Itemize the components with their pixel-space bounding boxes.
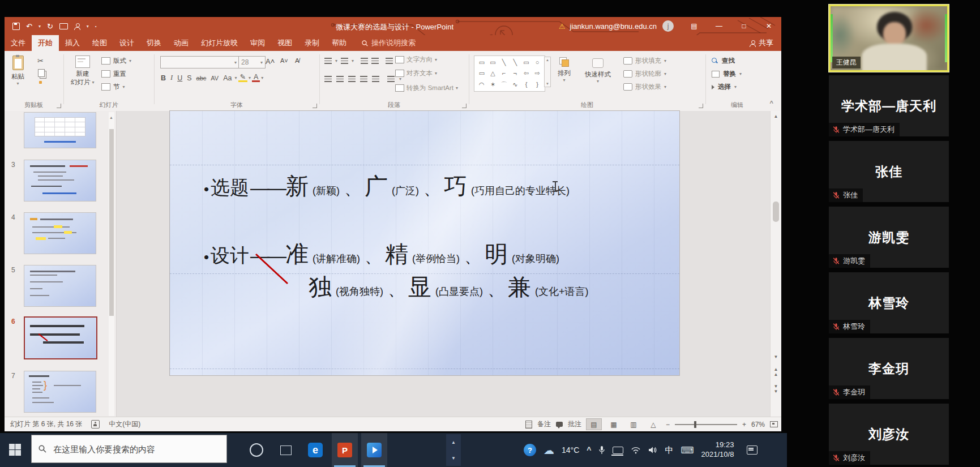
shape-arrow-line-icon[interactable]: ╲ <box>513 59 517 66</box>
shape-effects-button[interactable]: 形状效果 ▾ <box>623 83 666 91</box>
minimize-button[interactable]: — <box>707 17 731 35</box>
text-direction-button[interactable]: 文字方向 ▾ <box>395 55 437 64</box>
video-app-taskbar-button[interactable] <box>361 433 387 467</box>
slide-number-7[interactable]: 7 <box>11 372 15 380</box>
save-icon[interactable] <box>12 23 20 30</box>
weather-temperature[interactable]: 14°C <box>562 445 579 455</box>
character-spacing-button[interactable]: AV <box>209 75 220 82</box>
speaker-video-tile[interactable]: 王健昆 <box>829 5 949 72</box>
start-button[interactable] <box>9 444 21 456</box>
tab-animations[interactable]: 动画 <box>168 35 195 51</box>
shape-textbox2-icon[interactable]: ▭ <box>490 59 495 66</box>
increase-indent-icon[interactable] <box>371 58 379 64</box>
slide-scrollbar[interactable]: ▲ ▼ ▲▲ ▼▼ <box>770 111 781 417</box>
warning-icon[interactable]: ⚠ <box>559 22 566 31</box>
tab-design[interactable]: 设计 <box>113 35 140 51</box>
maximize-button[interactable]: □ <box>731 17 756 35</box>
collapse-ribbon-icon[interactable]: ^ <box>770 100 773 106</box>
zoom-percentage[interactable]: 67% <box>751 421 765 429</box>
distribute-icon[interactable] <box>372 76 379 82</box>
section-button[interactable]: 节 ▾ <box>101 83 125 91</box>
tab-file[interactable]: 文件 <box>5 35 32 51</box>
font-name-combobox[interactable]: ▾ <box>160 56 239 68</box>
participant-tile[interactable]: 游凯雯 游凯雯 <box>829 207 949 268</box>
normal-view-button[interactable]: ▤ <box>587 419 601 430</box>
slide-thumbnail-5[interactable] <box>24 265 96 307</box>
new-slide-button[interactable]: 新建 幻灯片 ▾ <box>71 55 95 87</box>
font-size-combobox[interactable]: 28▾ <box>238 56 266 68</box>
ime-indicator[interactable]: 中 <box>665 445 673 456</box>
slide-text-line3[interactable]: 独 (视角独特) 、 显 (凸显要点) 、 兼 (文化+语言) <box>309 272 590 303</box>
drawing-dialog-launcher-icon[interactable] <box>699 104 703 108</box>
align-center-icon[interactable] <box>336 76 344 82</box>
slideshow-view-button[interactable]: △ <box>646 419 661 430</box>
bullet-list-icon[interactable] <box>324 58 332 64</box>
account-email[interactable]: jiankun.wang@bnu.edu.cn <box>570 22 657 31</box>
slide-sorter-view-button[interactable]: ▦ <box>606 419 621 430</box>
taskbar-search-box[interactable] <box>31 435 227 463</box>
numbered-list-caret-icon[interactable]: ▾ <box>352 58 354 63</box>
shape-rounded-rect-icon[interactable]: ▭ <box>479 70 485 77</box>
find-button[interactable]: 查找 <box>712 57 735 65</box>
align-left-icon[interactable] <box>324 76 332 82</box>
slide-text-line1[interactable]: • 选题 —— 新 (新颖) 、 广 (广泛) 、 巧 (巧用自己的专业特长) <box>204 171 571 202</box>
undo-caret-icon[interactable]: ▾ <box>38 24 41 29</box>
bold-button[interactable]: B <box>159 74 168 82</box>
highlight-caret-icon[interactable]: ▾ <box>249 75 251 80</box>
hidden-icons-chevron[interactable]: ^ <box>587 445 591 455</box>
participant-tile[interactable]: 张佳 张佳 <box>829 141 949 202</box>
clear-formatting-icon[interactable]: A̸ <box>295 57 299 64</box>
slide-scrollbar-thumb[interactable] <box>773 202 779 222</box>
italic-button[interactable]: I <box>169 74 174 82</box>
fit-to-window-icon[interactable] <box>770 421 778 427</box>
reading-view-button[interactable]: ▥ <box>626 419 641 430</box>
shape-oval-icon[interactable]: ○ <box>536 59 540 66</box>
shape-brace-right-icon[interactable]: } <box>536 81 538 88</box>
comments-icon[interactable] <box>556 422 563 427</box>
zoom-slider[interactable] <box>675 424 737 425</box>
share-contact-icon[interactable] <box>74 23 80 29</box>
tell-me-search[interactable]: 操作说明搜索 <box>362 35 416 51</box>
comments-button[interactable]: 批注 <box>568 419 581 429</box>
slide-thumbnail-4[interactable] <box>24 212 96 254</box>
thumbnail-scroll-up-icon[interactable]: ▲ <box>109 115 113 119</box>
tab-transitions[interactable]: 切换 <box>140 35 168 51</box>
previous-slide-button[interactable]: ▲▲ <box>771 367 781 377</box>
shape-fill-button[interactable]: 形状填充 ▾ <box>623 57 666 65</box>
zoom-in-button[interactable]: + <box>742 421 746 429</box>
shape-outline-button[interactable]: 形状轮廓 ▾ <box>623 70 666 78</box>
zoom-slider-thumb[interactable] <box>694 421 696 428</box>
task-view-button[interactable] <box>273 433 299 467</box>
scroll-up-icon[interactable]: ▲ <box>771 114 781 119</box>
powerpoint-taskbar-button[interactable]: P <box>332 433 358 467</box>
weather-cloud-icon[interactable]: ☁ <box>544 444 554 457</box>
cut-icon[interactable]: ✂ <box>37 57 44 65</box>
copy-icon[interactable] <box>38 69 45 77</box>
underline-button[interactable]: U <box>176 74 184 82</box>
help-tray-icon[interactable]: ? <box>524 444 536 456</box>
paste-button[interactable]: 粘贴 ▾ <box>11 55 24 86</box>
shapes-gallery[interactable]: ▭ ▭ ╲ ╲ ▭ ○ ▭ △ ⌐ ¬ ⇦ ⇨ ◠ ✶ ⌒ ∿ { <box>474 55 545 92</box>
scroll-down-icon[interactable]: ▼ <box>771 354 781 359</box>
start-slideshow-icon[interactable] <box>59 23 68 29</box>
slide-thumbnail-6[interactable] <box>24 316 97 359</box>
numbered-list-icon[interactable] <box>341 58 348 64</box>
language-status[interactable]: 中文(中国) <box>109 419 140 429</box>
font-color-caret-icon[interactable]: ▾ <box>261 75 263 80</box>
wifi-tray-icon[interactable] <box>631 446 641 454</box>
thumbnail-scrollbar-thumb[interactable] <box>109 129 114 316</box>
slide-thumbnail-2[interactable] <box>24 112 96 148</box>
shape-arrow-left-icon[interactable]: ⇦ <box>524 70 529 77</box>
shape-scribble-icon[interactable]: ∿ <box>512 81 517 88</box>
bullet-list-caret-icon[interactable]: ▾ <box>335 58 337 63</box>
quick-styles-button[interactable]: 快速样式 ▾ <box>585 57 611 84</box>
slide-number-3[interactable]: 3 <box>11 161 15 169</box>
qat-more-icon[interactable]: • <box>95 24 97 29</box>
touch-keyboard-icon[interactable]: ⌨ <box>681 445 694 456</box>
notes-button[interactable]: 备注 <box>537 419 551 429</box>
arrange-button[interactable]: 排列 ▾ <box>558 57 571 83</box>
slide-number-4[interactable]: 4 <box>11 213 15 221</box>
justify-icon[interactable] <box>360 76 367 82</box>
columns-icon[interactable] <box>387 76 395 82</box>
select-button[interactable]: 选择 ▾ <box>712 83 737 91</box>
